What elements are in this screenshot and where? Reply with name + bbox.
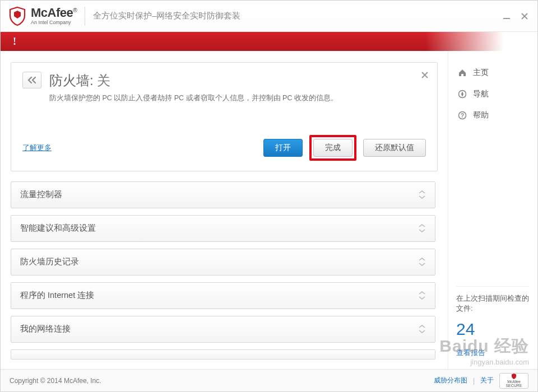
settings-panel-list[interactable]: 流量控制器 智能建议和高级设置 防火墙历史记录: [11, 181, 438, 363]
close-button[interactable]: [520, 11, 530, 21]
expand-icon: [418, 258, 426, 266]
sidebar-item-label: 导航: [473, 89, 489, 99]
done-button[interactable]: 完成: [313, 139, 353, 157]
threat-map-link[interactable]: 威胁分布图: [434, 376, 467, 385]
firewall-card: 防火墙: 关 防火墙保护您的 PC 以防止入侵者劫持 PC 或者窃取个人信息，并…: [11, 62, 438, 171]
scan-stat-value: 24: [456, 320, 530, 339]
footer: Copyright © 2014 McAfee, Inc. 威胁分布图 | 关于…: [1, 369, 537, 391]
close-icon: [420, 71, 429, 80]
panel-my-network[interactable]: 我的网络连接: [11, 316, 435, 343]
sidebar-item-home[interactable]: 主页: [456, 62, 530, 83]
card-description: 防火墙保护您的 PC 以防止入侵者劫持 PC 或者窃取个人信息，并控制由 PC …: [49, 93, 338, 104]
alert-icon: !: [13, 36, 16, 48]
brand-logo: McAfee® An Intel Company: [8, 6, 77, 26]
brand-name: McAfee®: [31, 7, 77, 19]
highlight-annotation: 完成: [309, 135, 356, 161]
learn-more-link[interactable]: 了解更多: [22, 143, 52, 153]
panel-firewall-history[interactable]: 防火墙历史记录: [11, 249, 435, 276]
expand-icon: [418, 190, 426, 199]
mcafee-secure-badge: McAfee SECURE: [499, 373, 528, 389]
panel-program-internet[interactable]: 程序的 Internet 连接: [11, 282, 435, 309]
alert-bar: !: [1, 32, 537, 51]
titlebar: McAfee® An Intel Company 全方位实时保护–网络安全实时防…: [1, 1, 537, 32]
app-window: McAfee® An Intel Company 全方位实时保护–网络安全实时防…: [0, 0, 538, 392]
panel-smart-advice[interactable]: 智能建议和高级设置: [11, 215, 435, 242]
panel-traffic-controller[interactable]: 流量控制器: [11, 181, 435, 208]
sidebar-item-label: 主页: [473, 68, 489, 78]
open-button[interactable]: 打开: [263, 139, 303, 157]
about-link[interactable]: 关于: [480, 376, 494, 385]
sidebar: 主页 导航 ? 帮助 在上次扫描期间检查的文件: 24 查看报告: [448, 51, 537, 369]
scan-stat-label: 在上次扫描期间检查的文件:: [456, 293, 530, 315]
copyright-text: Copyright © 2014 McAfee, Inc.: [10, 377, 101, 385]
expand-icon: [418, 325, 426, 333]
expand-icon: [418, 291, 426, 300]
minimize-button[interactable]: [502, 11, 512, 21]
svg-text:?: ?: [461, 113, 464, 119]
brand-subline: An Intel Company: [31, 20, 77, 25]
expand-icon: [418, 224, 426, 232]
compass-icon: [457, 89, 467, 99]
restore-defaults-button[interactable]: 还原默认值: [363, 139, 426, 157]
app-subtitle: 全方位实时保护–网络安全实时防御套装: [93, 11, 240, 21]
svg-rect-0: [503, 18, 510, 19]
home-icon: [457, 68, 467, 78]
sidebar-item-help[interactable]: ? 帮助: [456, 105, 530, 126]
card-title: 防火墙: 关: [49, 72, 338, 90]
back-button[interactable]: [22, 72, 41, 88]
mcafee-shield-icon: [8, 6, 26, 26]
sidebar-item-navigation[interactable]: 导航: [456, 83, 530, 105]
view-report-link[interactable]: 查看报告: [456, 348, 530, 358]
help-icon: ?: [457, 110, 467, 120]
sidebar-item-label: 帮助: [473, 110, 489, 120]
divider: [456, 286, 530, 287]
chevron-double-left-icon: [27, 76, 37, 84]
card-close-button[interactable]: [420, 71, 429, 82]
panel-partial[interactable]: [11, 349, 435, 360]
divider: [85, 7, 85, 26]
